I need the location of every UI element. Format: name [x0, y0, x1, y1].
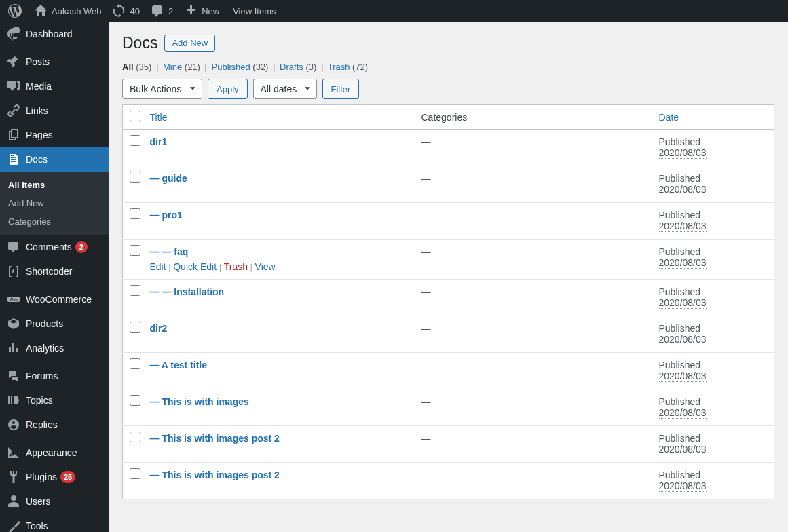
sidebar-item-plugins[interactable]: Plugins 25 — [0, 465, 109, 489]
row-status: Published — [659, 433, 701, 444]
sidebar-item-forums[interactable]: Forums — [0, 364, 109, 388]
row-checkbox[interactable] — [130, 135, 140, 146]
sidebar-item-posts[interactable]: Posts — [0, 50, 109, 74]
comments-link[interactable]: 2 — [145, 0, 179, 22]
row-checkbox[interactable] — [130, 285, 140, 296]
row-title-link[interactable]: dir1 — [150, 136, 168, 147]
column-date[interactable]: Date — [659, 112, 679, 123]
dates-select[interactable]: All dates — [253, 79, 317, 99]
add-new-button[interactable]: Add New — [164, 35, 215, 52]
sidebar-label: Users — [26, 496, 51, 507]
row-checkbox[interactable] — [130, 468, 140, 479]
row-checkbox[interactable] — [130, 322, 140, 332]
row-categories: — — [415, 426, 652, 463]
row-categories: — — [415, 280, 652, 316]
row-checkbox[interactable] — [130, 432, 140, 442]
row-checkbox[interactable] — [130, 358, 140, 369]
submenu-add-new[interactable]: Add New — [0, 194, 109, 212]
row-title-link[interactable]: — guide — [150, 173, 187, 184]
filter-published-count: (32) — [252, 62, 268, 72]
replies-icon — [7, 418, 20, 432]
posts-table: Title Categories Date dir1—Published2020… — [122, 104, 774, 499]
row-title-link[interactable]: dir2 — [150, 323, 168, 334]
row-status: Published — [659, 173, 701, 184]
select-all-checkbox[interactable] — [130, 111, 140, 121]
row-checkbox[interactable] — [130, 395, 140, 406]
filter-mine[interactable]: Mine — [163, 62, 182, 72]
row-checkbox[interactable] — [130, 208, 140, 219]
edit-link[interactable]: Edit — [150, 261, 166, 272]
plugins-badge: 25 — [60, 471, 75, 483]
table-row: dir1—Published2020/08/03 — [123, 130, 774, 166]
comments-icon — [7, 240, 20, 254]
row-date: 2020/08/03 — [659, 257, 707, 269]
docs-icon — [7, 153, 20, 166]
quick-edit-link[interactable]: Quick Edit — [173, 261, 217, 272]
submenu-categories[interactable]: Categories — [0, 212, 109, 231]
row-checkbox[interactable] — [130, 245, 140, 256]
row-status: Published — [659, 246, 701, 257]
bulk-actions-select[interactable]: Bulk Actions — [122, 79, 202, 99]
sidebar-item-pages[interactable]: Pages — [0, 123, 109, 147]
sidebar-label: Tools — [26, 520, 48, 531]
sidebar-label: WooCommerce — [26, 294, 92, 305]
sidebar-label: Pages — [26, 130, 53, 140]
filter-button[interactable]: Filter — [322, 79, 360, 99]
table-row: — A test title—Published2020/08/03 — [123, 353, 774, 390]
trash-link[interactable]: Trash — [224, 261, 248, 272]
column-categories: Categories — [415, 105, 652, 130]
sidebar-item-media[interactable]: Media — [0, 74, 109, 98]
row-title-link[interactable]: — A test title — [150, 360, 208, 370]
row-title-link[interactable]: — — Installation — [150, 286, 225, 297]
site-link[interactable]: Aakash Web — [29, 0, 107, 22]
view-link[interactable]: View — [255, 261, 276, 272]
main-content: Docs Add New All (35) | Mine (21) | Publ… — [109, 22, 788, 532]
new-link[interactable]: New — [179, 0, 225, 22]
sidebar-item-comments[interactable]: Comments 2 — [0, 235, 109, 259]
row-date: 2020/08/03 — [659, 407, 707, 419]
sidebar-item-analytics[interactable]: Analytics — [0, 336, 109, 360]
row-title-link[interactable]: — This is with images post 2 — [150, 470, 280, 480]
tablenav-top: Bulk Actions Apply All dates Filter — [122, 79, 774, 99]
filter-drafts[interactable]: Drafts — [280, 62, 303, 72]
row-status: Published — [659, 323, 701, 334]
wordpress-icon — [8, 4, 22, 18]
filter-published[interactable]: Published — [212, 62, 250, 72]
column-title[interactable]: Title — [150, 112, 168, 123]
sidebar-item-topics[interactable]: Topics — [0, 388, 109, 413]
separator: | — [319, 62, 325, 72]
row-title-link[interactable]: — This is with images post 2 — [150, 433, 280, 444]
sidebar-item-dashboard[interactable]: Dashboard — [0, 22, 109, 46]
sidebar-item-appearance[interactable]: Appearance — [0, 440, 109, 465]
filter-all[interactable]: All — [122, 62, 134, 72]
filter-trash[interactable]: Trash — [328, 62, 350, 72]
row-categories: — — [415, 316, 652, 353]
sidebar-item-woocommerce[interactable]: Woo WooCommerce — [0, 287, 109, 311]
table-row: — This is with images post 2—Published20… — [123, 463, 774, 499]
row-title-link[interactable]: — This is with images — [150, 396, 249, 407]
apply-button[interactable]: Apply — [208, 79, 248, 99]
sidebar-item-links[interactable]: Links — [0, 98, 109, 123]
sidebar-item-shortcoder[interactable]: Shortcoder — [0, 259, 109, 284]
row-actions: Edit | Quick Edit | Trash | View — [150, 261, 408, 272]
row-date: 2020/08/03 — [659, 147, 707, 159]
row-title-link[interactable]: — — faq — [150, 246, 189, 257]
sidebar-item-replies[interactable]: Replies — [0, 413, 109, 437]
sidebar-item-docs[interactable]: Docs — [0, 147, 109, 172]
submenu-all-items[interactable]: All Items — [0, 176, 109, 194]
sidebar-item-tools[interactable]: Tools — [0, 514, 109, 532]
comments-badge: 2 — [75, 241, 88, 253]
row-checkbox[interactable] — [130, 172, 140, 183]
row-date: 2020/08/03 — [659, 480, 707, 492]
updates-link[interactable]: 40 — [107, 0, 145, 22]
users-icon — [7, 495, 20, 508]
sidebar-item-products[interactable]: Products — [0, 311, 109, 336]
wp-logo[interactable] — [3, 0, 29, 22]
row-title-link[interactable]: — pro1 — [150, 210, 183, 221]
media-icon — [7, 79, 20, 93]
view-items[interactable]: View Items — [225, 0, 281, 22]
filter-mine-count: (21) — [185, 62, 200, 72]
filter-trash-count: (72) — [352, 62, 368, 72]
table-row: — pro1—Published2020/08/03 — [123, 203, 774, 240]
sidebar-item-users[interactable]: Users — [0, 489, 109, 514]
